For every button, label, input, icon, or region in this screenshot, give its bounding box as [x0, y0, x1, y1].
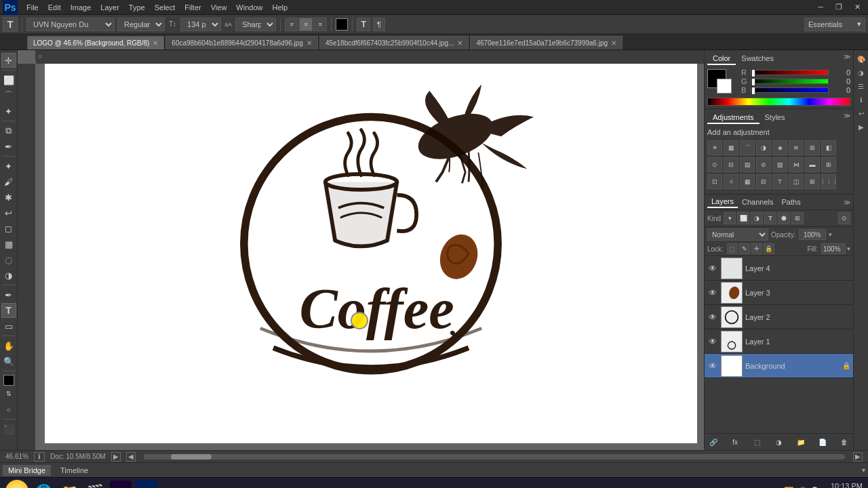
tab-img2-close[interactable]: ✕ — [457, 39, 462, 47]
window-minimize[interactable]: ─ — [813, 1, 828, 13]
healing-brush-tool[interactable]: ✦ — [1, 159, 16, 174]
blend-mode-select[interactable]: Normal — [707, 228, 768, 241]
canvas-document[interactable]: Coffee , — [45, 64, 697, 443]
selective-color-adj-icon[interactable]: ⊞ — [821, 157, 836, 172]
filter-smartobj-icon[interactable]: ⊞ — [791, 212, 804, 224]
filter-toggle[interactable]: ⊙ — [838, 212, 850, 224]
photo-filter-adj-icon[interactable]: ⊙ — [707, 157, 722, 172]
status-arrow-right[interactable]: ▶ — [111, 452, 121, 462]
menu-view[interactable]: View — [206, 2, 232, 13]
color-tab[interactable]: Color — [707, 53, 736, 65]
swap-colors-icon[interactable]: ⇅ — [1, 386, 16, 401]
levels-adj-icon[interactable]: ▦ — [724, 140, 738, 155]
side-actions-icon[interactable]: ▶ — [855, 121, 867, 133]
menu-layer[interactable]: Layer — [96, 2, 124, 13]
text-color-swatch[interactable] — [336, 18, 348, 30]
swatches-tab[interactable]: Swatches — [736, 53, 779, 65]
layer-1-visibility[interactable]: 👁 — [707, 336, 718, 347]
side-adjust-icon[interactable]: ◑ — [855, 66, 867, 79]
menu-image[interactable]: Image — [66, 2, 96, 13]
status-right-arrow[interactable]: ▶ — [853, 452, 863, 462]
taskbar-explorer-icon[interactable]: 📁 — [58, 481, 80, 489]
lock-all-icon[interactable]: 🔒 — [764, 243, 774, 254]
layer-row-4[interactable]: 👁 Layer 4 — [705, 256, 853, 281]
green-slider[interactable] — [751, 79, 829, 84]
new-layer-icon[interactable]: 📄 — [816, 436, 829, 448]
styles-tab[interactable]: Styles — [760, 112, 791, 124]
filter-type-icon[interactable]: T — [764, 212, 776, 224]
tab-img2[interactable]: 45e18bcdf6f667403fc25b9904f10c44.jpg... … — [319, 36, 469, 49]
color-lookup-adj-icon[interactable]: ▤ — [740, 157, 755, 172]
red-slider[interactable] — [751, 70, 829, 75]
threshold-adj-icon[interactable]: ⋈ — [789, 157, 804, 172]
layer-2-visibility[interactable]: 👁 — [707, 312, 718, 323]
opacity-value[interactable]: 100% — [799, 229, 826, 240]
side-info-icon[interactable]: ℹ — [855, 94, 867, 106]
zoom-info-button[interactable]: ℹ — [34, 452, 45, 462]
tab-img3-close[interactable]: ✕ — [611, 39, 616, 47]
new-group-icon[interactable]: 📁 — [795, 436, 807, 448]
side-color-icon[interactable]: 🎨 — [855, 53, 867, 65]
invert-adj-icon[interactable]: ⊘ — [756, 157, 771, 172]
tab-logo-close[interactable]: ✕ — [153, 39, 158, 47]
move-tool[interactable]: ✛ — [1, 53, 16, 68]
stamp-tool[interactable]: ✱ — [1, 190, 16, 205]
layer-3-visibility[interactable]: 👁 — [707, 287, 718, 298]
adj-icon-b[interactable]: ⌗ — [724, 174, 738, 189]
adj-panel-collapse[interactable]: ≫ — [844, 112, 850, 124]
taskbar-media-icon[interactable]: 🎬 — [84, 481, 106, 489]
layer-row-3[interactable]: 👁 Layer 3 — [705, 281, 853, 305]
red-slider-handle[interactable] — [751, 69, 755, 77]
quick-mask-button[interactable]: ○ — [1, 402, 16, 417]
text-tool[interactable]: T — [1, 303, 16, 318]
color-spectrum-bar[interactable] — [707, 98, 850, 106]
tab-img1-close[interactable]: ✕ — [307, 39, 312, 47]
filter-pixel-icon[interactable]: ⬜ — [737, 212, 749, 224]
menu-window[interactable]: Window — [231, 2, 267, 13]
font-style-select[interactable]: Regular — [117, 18, 165, 31]
status-arrow-left[interactable]: ◀ — [126, 452, 136, 462]
pen-tool[interactable]: ✒ — [1, 287, 16, 302]
new-fill-adj-icon[interactable]: ◑ — [772, 436, 785, 448]
lock-transparent-icon[interactable]: ⬚ — [727, 243, 738, 254]
scrollbar-thumb[interactable] — [171, 454, 212, 460]
adj-icon-g[interactable]: ⊞ — [805, 174, 820, 189]
window-close[interactable]: ✕ — [850, 1, 865, 13]
font-family-select[interactable]: UVN Nguyen Du — [26, 18, 115, 31]
lasso-tool[interactable]: ⌒ — [1, 88, 16, 103]
brightness-adj-icon[interactable]: ☀ — [707, 140, 722, 155]
color-panel-collapse[interactable]: ≫ — [844, 53, 850, 65]
gradient-map-adj-icon[interactable]: ▬ — [805, 157, 820, 172]
kind-filter-dropdown[interactable]: ▾ — [724, 212, 736, 224]
hand-tool[interactable]: ✋ — [1, 338, 16, 353]
layer-style-icon[interactable]: fx — [729, 436, 741, 448]
filter-adj-icon[interactable]: ◑ — [751, 212, 763, 224]
posterize-adj-icon[interactable]: ▨ — [772, 157, 787, 172]
anti-alias-select[interactable]: Sharp — [235, 18, 276, 31]
layer-row-1[interactable]: 👁 Layer 1 — [705, 329, 853, 354]
delete-layer-icon[interactable]: 🗑 — [838, 436, 850, 448]
shape-tool[interactable]: ▭ — [1, 319, 16, 333]
opacity-dropdown-icon[interactable]: ▾ — [829, 231, 832, 238]
link-layers-icon[interactable]: 🔗 — [707, 436, 719, 448]
taskbar-premiere-icon[interactable]: Pr — [110, 481, 132, 489]
warp-text-button[interactable]: T — [357, 18, 370, 31]
lock-position-icon[interactable]: ✛ — [751, 243, 762, 254]
paths-tab[interactable]: Paths — [778, 197, 805, 207]
eraser-tool[interactable]: ◻ — [1, 221, 16, 236]
menu-help[interactable]: Help — [267, 2, 292, 13]
layer-row-2[interactable]: 👁 Layer 2 — [705, 305, 853, 329]
fill-dropdown-icon[interactable]: ▾ — [847, 245, 850, 252]
dodge-tool[interactable]: ◑ — [1, 268, 16, 283]
adj-icon-f[interactable]: ◫ — [789, 174, 804, 189]
adj-icon-c[interactable]: ▦ — [740, 174, 755, 189]
mini-bridge-tab[interactable]: Mini Bridge — [3, 465, 51, 476]
blue-slider-handle[interactable] — [751, 87, 755, 95]
taskbar-ie-icon[interactable]: 🌐 — [33, 481, 54, 489]
layer-4-visibility[interactable]: 👁 — [707, 263, 718, 274]
colorbalance-adj-icon[interactable]: ⊞ — [805, 140, 820, 155]
tab-img1[interactable]: 60ca98b604b1e889644d2904178a6d96.jpg ✕ — [165, 36, 318, 49]
menu-filter[interactable]: Filter — [180, 2, 205, 13]
menu-type[interactable]: Type — [124, 2, 150, 13]
adj-icon-e[interactable]: T — [772, 174, 787, 189]
